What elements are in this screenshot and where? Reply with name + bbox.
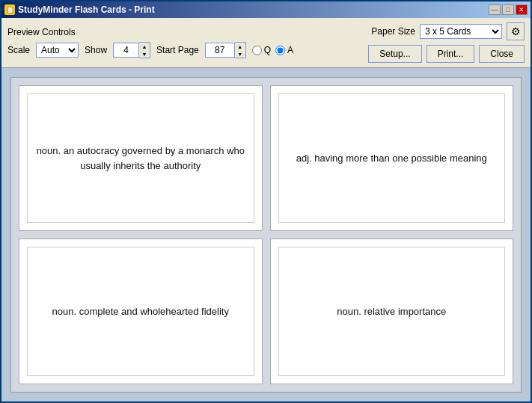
show-spinner: ▲ ▼ <box>113 42 150 58</box>
toolbar-left: Preview Controls Scale Auto Fit 50% 75% … <box>7 27 293 58</box>
flash-card-2: adj. having more than one possible meani… <box>270 85 514 231</box>
start-page-up-button[interactable]: ▲ <box>235 43 245 50</box>
card-text-1: noun. an autocracy governed by a monarch… <box>28 138 254 179</box>
start-page-input[interactable] <box>205 43 235 58</box>
preview-controls-label: Preview Controls <box>7 27 76 37</box>
action-buttons: Setup... Print... Close <box>368 45 525 63</box>
maximize-button[interactable]: □ <box>502 4 514 15</box>
start-page-down-button[interactable]: ▼ <box>235 50 245 58</box>
flash-card-inner-3: noun. complete and wholehearted fidelity <box>27 247 254 376</box>
toolbar-right: Paper Size 3 x 5 Cards 4 x 6 Cards Lette… <box>368 22 525 63</box>
preview-area: noun. an autocracy governed by a monarch… <box>1 68 531 402</box>
paper-size-label: Paper Size <box>371 26 415 37</box>
show-down-button[interactable]: ▼ <box>139 50 150 58</box>
minimize-button[interactable]: — <box>489 4 501 15</box>
a-radio-label[interactable]: A <box>275 45 293 55</box>
paper-size-row: Paper Size 3 x 5 Cards 4 x 6 Cards Lette… <box>371 22 525 40</box>
app-icon: 📋 <box>4 4 15 15</box>
show-up-button[interactable]: ▲ <box>139 43 150 50</box>
toolbar-row-2: Scale Auto Fit 50% 75% 100% Show ▲ ▼ St <box>7 42 293 58</box>
card-text-4: noun. relative importance <box>331 298 452 325</box>
flash-card-3: noun. complete and wholehearted fidelity <box>19 239 263 384</box>
close-window-button[interactable]: ✕ <box>516 4 528 15</box>
qna-radio-group: Q A <box>252 45 293 55</box>
q-radio-label[interactable]: Q <box>252 45 271 55</box>
card-text-2: adj. having more than one possible meani… <box>290 145 493 172</box>
show-spinner-buttons: ▲ ▼ <box>139 42 150 58</box>
q-label: Q <box>264 45 271 55</box>
page-preview: noun. an autocracy governed by a monarch… <box>10 77 522 393</box>
a-label: A <box>287 45 293 55</box>
title-buttons: — □ ✕ <box>489 4 528 15</box>
flash-card-4: noun. relative importance <box>270 239 514 384</box>
paper-size-select[interactable]: 3 x 5 Cards 4 x 6 Cards Letter <box>420 24 502 39</box>
settings-button[interactable]: ⚙ <box>507 22 525 40</box>
start-page-spinner: ▲ ▼ <box>205 42 246 58</box>
close-button[interactable]: Close <box>479 45 525 63</box>
setup-button[interactable]: Setup... <box>368 45 421 63</box>
scale-select[interactable]: Auto Fit 50% 75% 100% <box>36 43 79 58</box>
flash-card-1: noun. an autocracy governed by a monarch… <box>19 85 263 231</box>
flash-card-inner-1: noun. an autocracy governed by a monarch… <box>27 93 254 223</box>
toolbar-row-1: Preview Controls <box>7 27 293 37</box>
title-bar-left: 📋 StudyMinder Flash Cards - Print <box>4 4 155 15</box>
scale-label: Scale <box>7 45 30 55</box>
flash-card-inner-2: adj. having more than one possible meani… <box>278 93 506 223</box>
start-page-label: Start Page <box>156 45 199 55</box>
q-radio[interactable] <box>252 46 262 55</box>
a-radio[interactable] <box>275 46 285 55</box>
window-title: StudyMinder Flash Cards - Print <box>18 4 155 15</box>
show-input[interactable] <box>113 43 139 58</box>
show-label: Show <box>85 45 107 55</box>
title-bar: 📋 StudyMinder Flash Cards - Print — □ ✕ <box>1 1 531 18</box>
card-text-3: noun. complete and wholehearted fidelity <box>46 298 235 325</box>
flash-card-inner-4: noun. relative importance <box>278 247 506 376</box>
print-button[interactable]: Print... <box>426 45 475 63</box>
main-window: 📋 StudyMinder Flash Cards - Print — □ ✕ … <box>0 0 532 403</box>
toolbar: Preview Controls Scale Auto Fit 50% 75% … <box>1 18 531 68</box>
start-page-spinner-buttons: ▲ ▼ <box>235 42 246 58</box>
